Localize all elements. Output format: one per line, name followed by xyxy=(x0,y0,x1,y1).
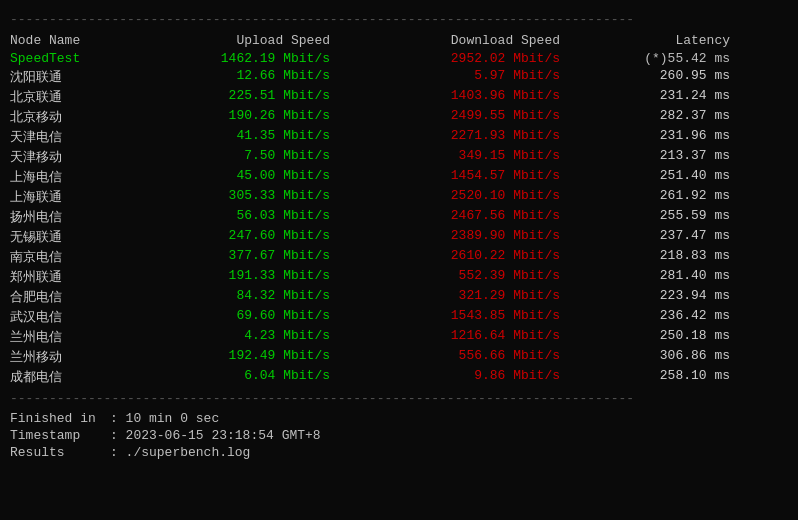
cell-latency: 231.24 ms xyxy=(580,88,730,106)
cell-upload: 6.04 Mbit/s xyxy=(140,368,350,386)
cell-download: 2389.90 Mbit/s xyxy=(350,228,580,246)
table-row: SpeedTest 1462.19 Mbit/s 2952.02 Mbit/s … xyxy=(10,50,788,67)
cell-node: 成都电信 xyxy=(10,368,140,386)
results-value: : ./superbench.log xyxy=(110,445,250,460)
cell-latency: 213.37 ms xyxy=(580,148,730,166)
cell-node: 合肥电信 xyxy=(10,288,140,306)
header-row: Node Name Upload Speed Download Speed La… xyxy=(10,31,788,50)
table-row: 沈阳联通 12.66 Mbit/s 5.97 Mbit/s 260.95 ms xyxy=(10,67,788,87)
cell-download: 2271.93 Mbit/s xyxy=(350,128,580,146)
divider-bottom: ----------------------------------------… xyxy=(10,391,788,406)
cell-latency: 281.40 ms xyxy=(580,268,730,286)
cell-latency: 306.86 ms xyxy=(580,348,730,366)
cell-download: 1216.64 Mbit/s xyxy=(350,328,580,346)
cell-latency: 237.47 ms xyxy=(580,228,730,246)
table-row: 天津电信 41.35 Mbit/s 2271.93 Mbit/s 231.96 … xyxy=(10,127,788,147)
table-row: 合肥电信 84.32 Mbit/s 321.29 Mbit/s 223.94 m… xyxy=(10,287,788,307)
footer: Finished in : 10 min 0 sec Timestamp : 2… xyxy=(10,410,788,461)
header-latency: Latency xyxy=(580,33,730,48)
cell-latency: 250.18 ms xyxy=(580,328,730,346)
cell-upload: 190.26 Mbit/s xyxy=(140,108,350,126)
cell-node: 兰州移动 xyxy=(10,348,140,366)
cell-download: 2467.56 Mbit/s xyxy=(350,208,580,226)
cell-node: 北京移动 xyxy=(10,108,140,126)
header-upload: Upload Speed xyxy=(140,33,350,48)
divider-top: ----------------------------------------… xyxy=(10,12,788,27)
cell-download: 349.15 Mbit/s xyxy=(350,148,580,166)
cell-node: 天津电信 xyxy=(10,128,140,146)
cell-node: 兰州电信 xyxy=(10,328,140,346)
table-row: 南京电信 377.67 Mbit/s 2610.22 Mbit/s 218.83… xyxy=(10,247,788,267)
cell-latency: (*)55.42 ms xyxy=(580,51,730,66)
cell-node: 扬州电信 xyxy=(10,208,140,226)
cell-upload: 305.33 Mbit/s xyxy=(140,188,350,206)
cell-latency: 236.42 ms xyxy=(580,308,730,326)
cell-node: 沈阳联通 xyxy=(10,68,140,86)
header-node: Node Name xyxy=(10,33,140,48)
table-row: 扬州电信 56.03 Mbit/s 2467.56 Mbit/s 255.59 … xyxy=(10,207,788,227)
timestamp-label: Timestamp xyxy=(10,428,110,443)
finished-value: : 10 min 0 sec xyxy=(110,411,219,426)
cell-download: 321.29 Mbit/s xyxy=(350,288,580,306)
cell-upload: 1462.19 Mbit/s xyxy=(140,51,350,66)
cell-latency: 260.95 ms xyxy=(580,68,730,86)
cell-node: 无锡联通 xyxy=(10,228,140,246)
cell-node: 北京联通 xyxy=(10,88,140,106)
cell-download: 5.97 Mbit/s xyxy=(350,68,580,86)
cell-download: 2610.22 Mbit/s xyxy=(350,248,580,266)
cell-latency: 258.10 ms xyxy=(580,368,730,386)
cell-latency: 223.94 ms xyxy=(580,288,730,306)
cell-node: 武汉电信 xyxy=(10,308,140,326)
cell-node: 南京电信 xyxy=(10,248,140,266)
table-row: 上海联通 305.33 Mbit/s 2520.10 Mbit/s 261.92… xyxy=(10,187,788,207)
cell-upload: 377.67 Mbit/s xyxy=(140,248,350,266)
table-row: 无锡联通 247.60 Mbit/s 2389.90 Mbit/s 237.47… xyxy=(10,227,788,247)
table-row: 北京联通 225.51 Mbit/s 1403.96 Mbit/s 231.24… xyxy=(10,87,788,107)
cell-latency: 218.83 ms xyxy=(580,248,730,266)
results-label: Results xyxy=(10,445,110,460)
cell-download: 9.86 Mbit/s xyxy=(350,368,580,386)
cell-upload: 192.49 Mbit/s xyxy=(140,348,350,366)
cell-latency: 261.92 ms xyxy=(580,188,730,206)
cell-download: 2520.10 Mbit/s xyxy=(350,188,580,206)
cell-download: 1543.85 Mbit/s xyxy=(350,308,580,326)
cell-upload: 45.00 Mbit/s xyxy=(140,168,350,186)
cell-upload: 247.60 Mbit/s xyxy=(140,228,350,246)
table-row: 兰州移动 192.49 Mbit/s 556.66 Mbit/s 306.86 … xyxy=(10,347,788,367)
cell-upload: 225.51 Mbit/s xyxy=(140,88,350,106)
cell-node: 上海联通 xyxy=(10,188,140,206)
cell-upload: 69.60 Mbit/s xyxy=(140,308,350,326)
cell-download: 1454.57 Mbit/s xyxy=(350,168,580,186)
footer-results-row: Results : ./superbench.log xyxy=(10,444,788,461)
cell-upload: 12.66 Mbit/s xyxy=(140,68,350,86)
table-row: 天津移动 7.50 Mbit/s 349.15 Mbit/s 213.37 ms xyxy=(10,147,788,167)
cell-download: 552.39 Mbit/s xyxy=(350,268,580,286)
cell-download: 2499.55 Mbit/s xyxy=(350,108,580,126)
cell-upload: 41.35 Mbit/s xyxy=(140,128,350,146)
cell-upload: 191.33 Mbit/s xyxy=(140,268,350,286)
cell-node: 郑州联通 xyxy=(10,268,140,286)
cell-download: 556.66 Mbit/s xyxy=(350,348,580,366)
cell-download: 2952.02 Mbit/s xyxy=(350,51,580,66)
finished-label: Finished in xyxy=(10,411,110,426)
table-row: 上海电信 45.00 Mbit/s 1454.57 Mbit/s 251.40 … xyxy=(10,167,788,187)
footer-finished-row: Finished in : 10 min 0 sec xyxy=(10,410,788,427)
timestamp-value: : 2023-06-15 23:18:54 GMT+8 xyxy=(110,428,321,443)
table-row: 兰州电信 4.23 Mbit/s 1216.64 Mbit/s 250.18 m… xyxy=(10,327,788,347)
cell-upload: 56.03 Mbit/s xyxy=(140,208,350,226)
cell-latency: 255.59 ms xyxy=(580,208,730,226)
cell-upload: 4.23 Mbit/s xyxy=(140,328,350,346)
cell-node: SpeedTest xyxy=(10,51,140,66)
cell-latency: 282.37 ms xyxy=(580,108,730,126)
table-row: 武汉电信 69.60 Mbit/s 1543.85 Mbit/s 236.42 … xyxy=(10,307,788,327)
cell-download: 1403.96 Mbit/s xyxy=(350,88,580,106)
cell-upload: 7.50 Mbit/s xyxy=(140,148,350,166)
table-body: SpeedTest 1462.19 Mbit/s 2952.02 Mbit/s … xyxy=(10,50,788,387)
cell-latency: 231.96 ms xyxy=(580,128,730,146)
cell-latency: 251.40 ms xyxy=(580,168,730,186)
footer-timestamp-row: Timestamp : 2023-06-15 23:18:54 GMT+8 xyxy=(10,427,788,444)
table-row: 北京移动 190.26 Mbit/s 2499.55 Mbit/s 282.37… xyxy=(10,107,788,127)
table-row: 成都电信 6.04 Mbit/s 9.86 Mbit/s 258.10 ms xyxy=(10,367,788,387)
table-row: 郑州联通 191.33 Mbit/s 552.39 Mbit/s 281.40 … xyxy=(10,267,788,287)
cell-upload: 84.32 Mbit/s xyxy=(140,288,350,306)
